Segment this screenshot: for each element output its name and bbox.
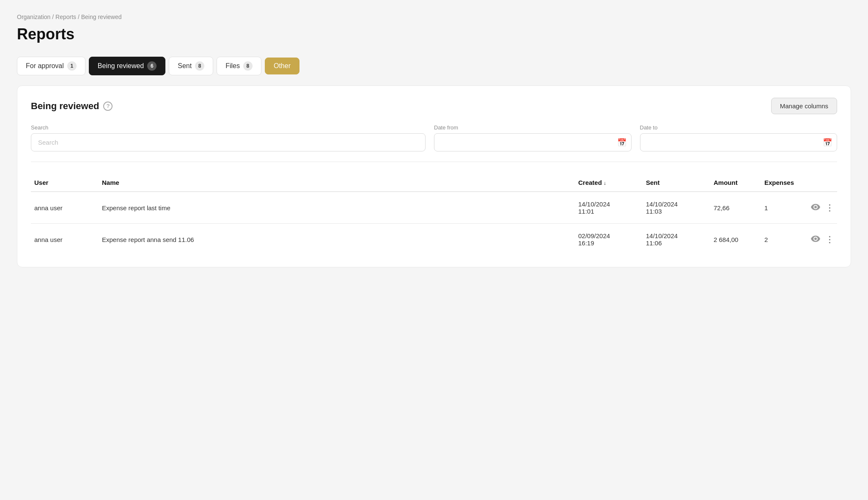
reports-table: UserNameCreated↓SentAmountExpenses anna … bbox=[31, 174, 837, 255]
cell-created-0: 14/10/2024 11:01 bbox=[575, 192, 643, 224]
cell-actions-0: ⋮ bbox=[803, 192, 837, 224]
help-icon[interactable]: ? bbox=[103, 102, 113, 111]
col-header-actions bbox=[803, 174, 837, 192]
col-header-sent: Sent bbox=[643, 174, 710, 192]
page-title: Reports bbox=[17, 25, 851, 43]
cell-amount-0: 72,66 bbox=[710, 192, 761, 224]
panel-title-text: Being reviewed bbox=[31, 101, 99, 112]
cell-name-1: Expense report anna send 11.06 bbox=[99, 224, 575, 255]
more-icon-1[interactable]: ⋮ bbox=[825, 234, 834, 245]
tab-badge-files: 8 bbox=[243, 61, 253, 71]
tab-for-approval[interactable]: For approval1 bbox=[17, 57, 85, 75]
cell-actions-1: ⋮ bbox=[803, 224, 837, 255]
col-header-expenses: Expenses bbox=[761, 174, 803, 192]
date-from-label: Date from bbox=[434, 124, 632, 131]
tab-label-other: Other bbox=[274, 62, 291, 70]
cell-expenses-1: 2 bbox=[761, 224, 803, 255]
col-header-user: User bbox=[31, 174, 99, 192]
table-row: anna userExpense report anna send 11.060… bbox=[31, 224, 837, 255]
more-icon-0[interactable]: ⋮ bbox=[825, 203, 834, 213]
sort-arrow-created: ↓ bbox=[604, 180, 606, 186]
view-icon-0[interactable] bbox=[811, 203, 820, 213]
view-icon-1[interactable] bbox=[811, 235, 820, 245]
search-label: Search bbox=[31, 124, 426, 131]
manage-columns-button[interactable]: Manage columns bbox=[771, 98, 837, 114]
breadcrumb: Organization / Reports / Being reviewed bbox=[17, 14, 851, 20]
table-row: anna userExpense report last time14/10/2… bbox=[31, 192, 837, 224]
tab-label-for-approval: For approval bbox=[26, 62, 64, 70]
cell-name-0: Expense report last time bbox=[99, 192, 575, 224]
date-to-input[interactable] bbox=[640, 133, 838, 151]
filters: Search Date from 📅 Date to 📅 bbox=[31, 124, 837, 162]
cell-user-1: anna user bbox=[31, 224, 99, 255]
tabs-container: For approval1Being reviewed6Sent8Files8O… bbox=[17, 57, 851, 75]
cell-user-0: anna user bbox=[31, 192, 99, 224]
panel: Being reviewed ? Manage columns Search D… bbox=[17, 85, 851, 267]
col-header-amount: Amount bbox=[710, 174, 761, 192]
tab-badge-for-approval: 1 bbox=[67, 61, 77, 71]
cell-sent-0: 14/10/2024 11:03 bbox=[643, 192, 710, 224]
date-to-label: Date to bbox=[640, 124, 838, 131]
tab-badge-being-reviewed: 6 bbox=[147, 61, 157, 71]
tab-badge-sent: 8 bbox=[195, 61, 204, 71]
tab-label-sent: Sent bbox=[178, 62, 192, 70]
col-header-created[interactable]: Created↓ bbox=[575, 174, 643, 192]
date-from-input[interactable] bbox=[434, 133, 632, 151]
tab-sent[interactable]: Sent8 bbox=[169, 57, 213, 75]
col-header-name: Name bbox=[99, 174, 575, 192]
tab-files[interactable]: Files8 bbox=[217, 57, 261, 75]
cell-sent-1: 14/10/2024 11:06 bbox=[643, 224, 710, 255]
tab-other[interactable]: Other bbox=[265, 58, 299, 74]
cell-amount-1: 2 684,00 bbox=[710, 224, 761, 255]
cell-expenses-0: 1 bbox=[761, 192, 803, 224]
tab-label-files: Files bbox=[225, 62, 240, 70]
tab-label-being-reviewed: Being reviewed bbox=[98, 62, 144, 70]
tab-being-reviewed[interactable]: Being reviewed6 bbox=[89, 57, 165, 75]
search-input[interactable] bbox=[31, 133, 426, 151]
cell-created-1: 02/09/2024 16:19 bbox=[575, 224, 643, 255]
